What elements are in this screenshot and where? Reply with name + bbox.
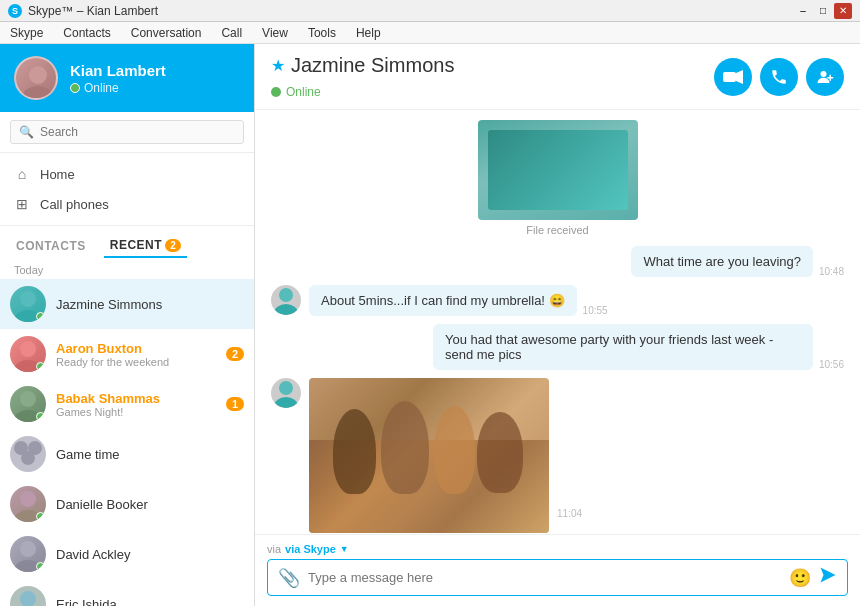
svg-marker-28 — [821, 568, 836, 583]
contact-info: Danielle Booker — [56, 497, 244, 512]
call-phones-icon: ⊞ — [14, 196, 30, 212]
tab-contacts[interactable]: CONTACTS — [10, 235, 92, 257]
minimize-button[interactable]: – — [794, 3, 812, 19]
app-icon: S — [8, 4, 22, 18]
profile-area: Kian Lambert Online — [0, 44, 254, 112]
chat-contact-name: Jazmine Simmons — [291, 54, 454, 77]
contact-badge: 1 — [226, 397, 244, 411]
svg-point-26 — [279, 381, 293, 395]
profile-info: Kian Lambert Online — [70, 62, 166, 95]
svg-point-0 — [29, 66, 47, 84]
svg-point-27 — [274, 397, 298, 408]
chat-area: ★ Jazmine Simmons Online — [255, 44, 860, 606]
via-skype-link[interactable]: via Skype — [285, 543, 336, 555]
contact-info: Aaron Buxton Ready for the weekend — [56, 341, 216, 368]
chat-status-dot — [271, 87, 281, 97]
emoji-button[interactable]: 🙂 — [789, 567, 811, 589]
svg-point-10 — [21, 451, 35, 465]
avatar — [10, 536, 46, 572]
search-input[interactable] — [40, 125, 235, 139]
menu-conversation[interactable]: Conversation — [127, 24, 206, 42]
titlebar: S Skype™ – Kian Lambert – □ ✕ — [0, 0, 860, 22]
contact-info: David Ackley — [56, 547, 244, 562]
status-dot — [36, 412, 45, 421]
avatar — [10, 286, 46, 322]
svg-rect-19 — [723, 72, 736, 82]
nav-call-phones-label: Call phones — [40, 197, 109, 212]
maximize-button[interactable]: □ — [814, 3, 832, 19]
status-dot — [36, 312, 45, 321]
message-bubble: About 5mins...if I can find my umbrella!… — [309, 285, 577, 316]
status-dot — [36, 362, 45, 371]
avatar — [10, 486, 46, 522]
contact-item[interactable]: Aaron Buxton Ready for the weekend 2 — [0, 329, 254, 379]
menu-help[interactable]: Help — [352, 24, 385, 42]
add-contact-button[interactable] — [806, 58, 844, 96]
chevron-down-icon: ▼ — [340, 544, 349, 554]
tabs-area: CONTACTS RECENT2 — [0, 226, 254, 258]
menu-skype[interactable]: Skype — [6, 24, 47, 42]
via-skype-row: via via Skype ▼ — [267, 543, 848, 555]
contact-item[interactable]: Babak Shammas Games Night! 1 — [0, 379, 254, 429]
avatar — [10, 386, 46, 422]
contact-item[interactable]: Jazmine Simmons — [0, 279, 254, 329]
contact-info: Game time — [56, 447, 244, 462]
group-header: Today — [0, 258, 254, 279]
contact-item[interactable]: Game time — [0, 429, 254, 479]
window-controls: – □ ✕ — [794, 3, 852, 19]
messages-area[interactable]: File received What time are you leaving?… — [255, 110, 860, 534]
contact-info: Jazmine Simmons — [56, 297, 244, 312]
message-time: 10:55 — [583, 305, 608, 316]
contact-name: Danielle Booker — [56, 497, 244, 512]
home-icon: ⌂ — [14, 166, 30, 182]
nav-call-phones[interactable]: ⊞ Call phones — [0, 189, 254, 219]
contact-badge: 2 — [226, 347, 244, 361]
svg-point-25 — [274, 304, 298, 315]
avatar — [10, 336, 46, 372]
menu-contacts[interactable]: Contacts — [59, 24, 114, 42]
message-time: 10:56 — [819, 359, 844, 370]
contact-subtitle: Games Night! — [56, 406, 216, 418]
contact-info: Eric Ishida — [56, 597, 244, 607]
menubar: Skype Contacts Conversation Call View To… — [0, 22, 860, 44]
input-area: via via Skype ▼ 📎 🙂 — [255, 534, 860, 606]
avatar — [271, 285, 301, 315]
chat-contact-status: Online — [286, 85, 321, 99]
svg-marker-20 — [736, 70, 743, 84]
svg-point-4 — [20, 341, 36, 357]
contact-list: Today Jazmine Simmons Aaron Buxton — [0, 258, 254, 606]
nav-home[interactable]: ⌂ Home — [0, 159, 254, 189]
message-time: 11:04 — [557, 508, 582, 519]
contact-name: Babak Shammas — [56, 391, 216, 406]
tab-recent[interactable]: RECENT2 — [104, 234, 187, 258]
video-call-button[interactable] — [714, 58, 752, 96]
file-received-label: File received — [271, 224, 844, 236]
status-dot — [36, 512, 45, 521]
svg-point-6 — [20, 391, 36, 407]
svg-point-2 — [20, 291, 36, 307]
menu-call[interactable]: Call — [217, 24, 246, 42]
nav-home-label: Home — [40, 167, 75, 182]
contact-name: Game time — [56, 447, 244, 462]
file-received-block: File received — [271, 120, 844, 236]
message-input[interactable] — [308, 570, 781, 585]
contact-name: Aaron Buxton — [56, 341, 216, 356]
message-bubble: You had that awesome party with your fri… — [433, 324, 813, 370]
avatar — [271, 378, 301, 408]
contact-item[interactable]: David Ackley — [0, 529, 254, 579]
status-dot — [36, 562, 45, 571]
contact-item[interactable]: Danielle Booker — [0, 479, 254, 529]
menu-view[interactable]: View — [258, 24, 292, 42]
profile-status: Online — [84, 81, 119, 95]
contact-item[interactable]: Eric Ishida — [0, 579, 254, 606]
svg-point-15 — [20, 591, 36, 606]
send-button[interactable] — [819, 566, 837, 589]
message-bubble: What time are you leaving? — [631, 246, 813, 277]
call-button[interactable] — [760, 58, 798, 96]
menu-tools[interactable]: Tools — [304, 24, 340, 42]
contact-name: Eric Ishida — [56, 597, 244, 607]
chat-header: ★ Jazmine Simmons Online — [255, 44, 860, 110]
sidebar: Kian Lambert Online 🔍 ⌂ Home ⊞ Call p — [0, 44, 255, 606]
attach-button[interactable]: 📎 — [278, 567, 300, 589]
close-button[interactable]: ✕ — [834, 3, 852, 19]
